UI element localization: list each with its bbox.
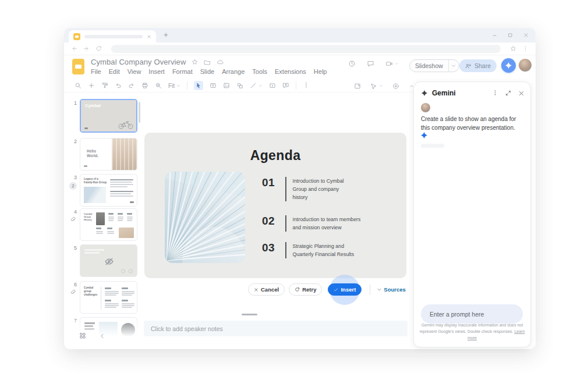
toolbar-more-icon[interactable] xyxy=(303,80,310,91)
reload-icon[interactable] xyxy=(95,45,102,52)
zoom-fit-caret-icon xyxy=(176,84,180,88)
insert-line-icon[interactable] xyxy=(250,82,263,89)
grid-view-icon[interactable] xyxy=(79,332,86,339)
hidden-slide-eye-off-icon xyxy=(104,257,114,267)
slideshow-button[interactable]: Slideshow xyxy=(409,59,459,72)
slides-app-icon[interactable] xyxy=(72,59,84,74)
browser-menu-icon[interactable] xyxy=(522,45,529,52)
notes-resize-handle[interactable] xyxy=(242,314,257,315)
slide-thumbnail-5-hidden[interactable] xyxy=(80,244,137,277)
slide-thumbnail-4[interactable]: Cymbal Group History xyxy=(80,208,137,241)
menu-format[interactable]: Format xyxy=(172,68,193,75)
redo-icon[interactable] xyxy=(128,82,135,89)
sources-button[interactable]: Sources xyxy=(377,286,406,293)
thumb2-logo xyxy=(84,165,87,167)
user-prompt-message: Create a slide to show an agenda for thi… xyxy=(421,115,523,132)
expand-panel-icon[interactable] xyxy=(505,90,511,96)
zoom-fit-control[interactable]: Fit xyxy=(168,83,180,89)
share-button[interactable]: Share xyxy=(459,59,497,72)
collapse-filmstrip-icon[interactable] xyxy=(99,333,105,339)
pointer-tool-icon[interactable] xyxy=(370,83,383,90)
retry-icon xyxy=(295,287,300,292)
new-slide-icon[interactable] xyxy=(88,82,95,89)
menu-edit[interactable]: Edit xyxy=(109,68,120,75)
menu-view[interactable]: View xyxy=(127,68,141,75)
gemini-button[interactable] xyxy=(501,58,516,73)
maximize-icon[interactable] xyxy=(508,33,513,38)
agenda-item-number: 03 xyxy=(262,242,285,253)
url-field-redacted[interactable] xyxy=(111,45,501,53)
search-menus-icon[interactable] xyxy=(75,82,82,89)
share-label: Share xyxy=(474,62,491,69)
insert-comment-icon[interactable] xyxy=(282,82,289,89)
thumb3-image xyxy=(84,187,106,203)
cancel-button[interactable]: Cancel xyxy=(248,283,285,296)
cloud-status-icon[interactable] xyxy=(217,59,224,66)
record-icon[interactable] xyxy=(392,83,399,90)
zoom-fit-label: Fit xyxy=(168,83,175,89)
slide-number: 2 xyxy=(69,138,77,144)
move-folder-icon[interactable] xyxy=(204,59,211,66)
gemini-more-icon[interactable] xyxy=(492,88,498,98)
slide-title: Agenda xyxy=(144,148,406,164)
bicycle-graphic xyxy=(118,120,133,129)
address-bar xyxy=(64,42,536,55)
gemini-action-bar: Cancel Retry Insert Sources xyxy=(248,283,435,296)
menu-file[interactable]: File xyxy=(91,68,101,75)
thumb2-image xyxy=(112,138,137,170)
version-history-icon[interactable] xyxy=(348,60,356,68)
forward-icon[interactable] xyxy=(83,45,90,52)
slide-thumbnail-3[interactable]: Legacy of a Family-Run Group xyxy=(80,174,137,207)
agenda-item-3: 03 Strategic Planning and Quarterly Fina… xyxy=(262,242,354,258)
person-add-icon xyxy=(465,63,472,69)
menu-slide[interactable]: Slide xyxy=(200,68,214,75)
print-icon[interactable] xyxy=(141,82,148,89)
check-icon xyxy=(334,287,338,292)
slide-thumbnail-6[interactable]: Cymbal group challenges xyxy=(80,281,137,314)
tab-close-icon[interactable] xyxy=(147,34,151,39)
minimize-icon[interactable] xyxy=(492,33,497,38)
zoom-icon[interactable] xyxy=(155,82,162,89)
agenda-item-divider xyxy=(285,177,286,201)
filmstrip-scrollbar[interactable] xyxy=(139,102,140,123)
agenda-item-divider xyxy=(285,215,286,232)
generated-slide-preview[interactable]: Agenda xyxy=(144,133,406,278)
bookmark-star-icon[interactable] xyxy=(510,45,516,52)
slide-thumbnail-1[interactable]: Cymbal xyxy=(80,99,137,133)
back-icon[interactable] xyxy=(71,45,77,52)
speaker-notes[interactable]: Click to add speaker notes xyxy=(144,321,408,336)
meet-camera-icon[interactable] xyxy=(385,60,399,68)
prompt-input[interactable] xyxy=(421,304,523,324)
menu-insert[interactable]: Insert xyxy=(148,68,165,75)
menu-arrange[interactable]: Arrange xyxy=(222,68,245,75)
insert-button[interactable]: Insert xyxy=(328,283,362,296)
slide-number: 4 xyxy=(69,209,77,215)
paint-format-icon[interactable] xyxy=(101,82,108,89)
menu-tools[interactable]: Tools xyxy=(252,68,267,75)
document-title[interactable]: Cymbal Company Overview xyxy=(91,58,186,66)
star-document-icon[interactable] xyxy=(192,59,198,65)
gemini-thinking-spark-icon xyxy=(420,131,428,141)
retry-button[interactable]: Retry xyxy=(289,283,322,296)
agenda-item-number: 01 xyxy=(262,177,285,188)
slide-thumbnail-2[interactable]: Hello World. xyxy=(80,138,137,170)
agenda-architecture-image xyxy=(165,172,245,263)
slideshow-dropdown-icon[interactable] xyxy=(449,63,459,68)
undo-icon[interactable] xyxy=(115,82,122,89)
menu-extensions[interactable]: Extensions xyxy=(275,68,306,75)
new-tab-icon[interactable] xyxy=(163,32,169,38)
comments-icon[interactable] xyxy=(367,60,374,68)
insert-shape-icon[interactable] xyxy=(236,82,243,89)
gemini-spark-icon xyxy=(505,62,512,69)
menu-help[interactable]: Help xyxy=(314,68,327,75)
user-avatar[interactable] xyxy=(519,59,532,72)
text-box-icon[interactable] xyxy=(210,82,217,89)
close-panel-icon[interactable] xyxy=(518,90,525,97)
browser-tab[interactable] xyxy=(69,30,156,42)
close-window-icon[interactable] xyxy=(523,33,529,38)
loading-shimmer xyxy=(421,144,444,148)
background-icon[interactable] xyxy=(354,83,361,90)
insert-video-icon[interactable] xyxy=(269,82,276,89)
insert-image-icon[interactable] xyxy=(223,82,230,89)
select-tool-icon[interactable] xyxy=(194,81,203,90)
